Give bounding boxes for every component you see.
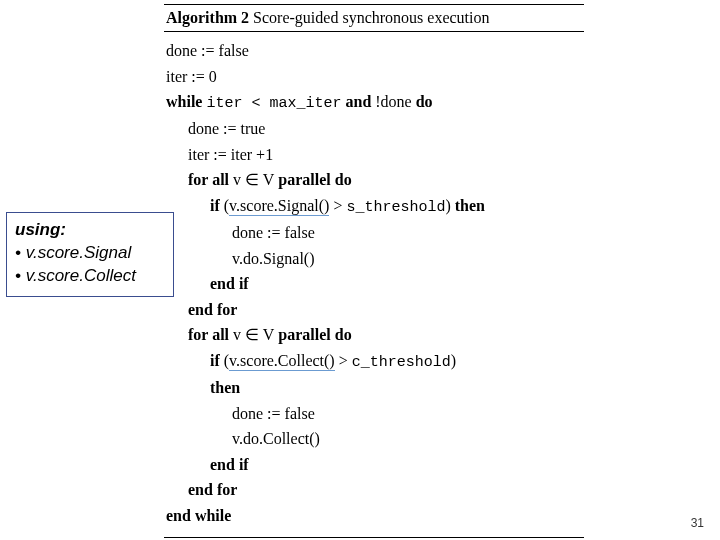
algorithm-body: done := false iter := 0 while iter < max… bbox=[164, 32, 584, 538]
algo-line: end for bbox=[166, 297, 582, 323]
algo-line: end if bbox=[166, 452, 582, 478]
callout-title: using: bbox=[15, 219, 165, 242]
algo-line: iter := iter +1 bbox=[166, 142, 582, 168]
algo-line: done := false bbox=[166, 401, 582, 427]
algo-line: then bbox=[166, 375, 582, 401]
algorithm-header: Algorithm 2 Score-guided synchronous exe… bbox=[164, 4, 584, 32]
algo-line: for all v ∈ V parallel do bbox=[166, 167, 582, 193]
algo-line: for all v ∈ V parallel do bbox=[166, 322, 582, 348]
callout-box: using: • v.score.Signal • v.score.Collec… bbox=[6, 212, 174, 297]
algo-line: end for bbox=[166, 477, 582, 503]
callout-item: • v.score.Collect bbox=[15, 265, 165, 288]
page-number: 31 bbox=[691, 516, 704, 530]
score-signal-call: v.score.Signal() bbox=[229, 197, 329, 216]
score-collect-call: v.score.Collect() bbox=[229, 352, 335, 371]
algo-line: if (v.score.Collect() > c_threshold) bbox=[166, 348, 582, 375]
algo-line: end while bbox=[166, 503, 582, 529]
algo-line: done := false bbox=[166, 38, 582, 64]
algo-line: done := false bbox=[166, 220, 582, 246]
algo-line: if (v.score.Signal() > s_threshold) then bbox=[166, 193, 582, 220]
algo-line: v.do.Collect() bbox=[166, 426, 582, 452]
algo-line: done := true bbox=[166, 116, 582, 142]
algorithm-title: Score-guided synchronous execution bbox=[253, 9, 489, 26]
algorithm-label: Algorithm 2 bbox=[166, 9, 249, 26]
algo-line: iter := 0 bbox=[166, 64, 582, 90]
callout-item: • v.score.Signal bbox=[15, 242, 165, 265]
algo-line: while iter < max_iter and !done do bbox=[166, 89, 582, 116]
algorithm-block: Algorithm 2 Score-guided synchronous exe… bbox=[164, 4, 584, 538]
algo-line: v.do.Signal() bbox=[166, 246, 582, 272]
algo-line: end if bbox=[166, 271, 582, 297]
